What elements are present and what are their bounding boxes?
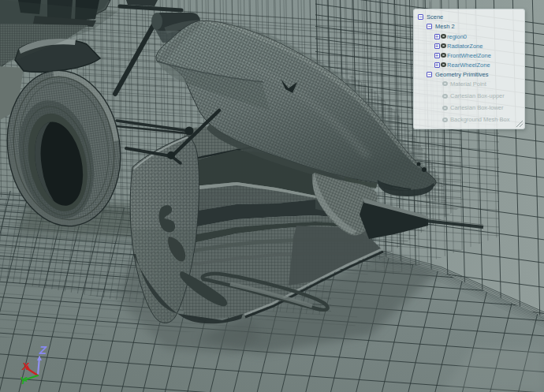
svg-text:Z: Z (39, 343, 47, 357)
svg-text:X: X (21, 360, 30, 372)
svg-text:Y: Y (20, 375, 28, 386)
